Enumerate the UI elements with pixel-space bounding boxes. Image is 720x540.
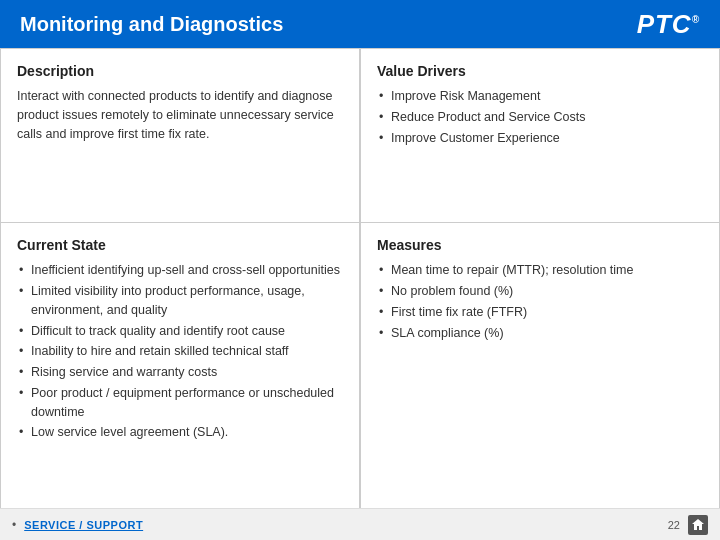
description-body: Interact with connected products to iden… bbox=[17, 87, 343, 143]
list-item: Inability to hire and retain skilled tec… bbox=[17, 342, 343, 361]
description-cell: Description Interact with connected prod… bbox=[0, 48, 360, 223]
page-number: 22 bbox=[668, 519, 680, 531]
service-support-link[interactable]: SERVICE / SUPPORT bbox=[24, 519, 143, 531]
header: Monitoring and Diagnostics PTC® bbox=[0, 0, 720, 48]
bullet-icon: • bbox=[12, 518, 16, 532]
list-item: Low service level agreement (SLA). bbox=[17, 423, 343, 442]
value-drivers-list: Improve Risk Management Reduce Product a… bbox=[377, 87, 703, 147]
footer-bar: • SERVICE / SUPPORT 22 bbox=[0, 508, 720, 540]
list-item: Poor product / equipment performance or … bbox=[17, 384, 343, 422]
page-title: Monitoring and Diagnostics bbox=[20, 13, 283, 36]
description-label: Description bbox=[17, 63, 343, 79]
value-drivers-cell: Value Drivers Improve Risk Management Re… bbox=[360, 48, 720, 223]
list-item: Mean time to repair (MTTR); resolution t… bbox=[377, 261, 703, 280]
list-item: First time fix rate (FTFR) bbox=[377, 303, 703, 322]
current-state-list: Inefficient identifying up-sell and cros… bbox=[17, 261, 343, 442]
list-item: Limited visibility into product performa… bbox=[17, 282, 343, 320]
list-item: Improve Customer Experience bbox=[377, 129, 703, 148]
list-item: Reduce Product and Service Costs bbox=[377, 108, 703, 127]
home-icon[interactable] bbox=[688, 515, 708, 535]
list-item: Difficult to track quality and identify … bbox=[17, 322, 343, 341]
ptc-logo: PTC® bbox=[637, 9, 700, 40]
list-item: Inefficient identifying up-sell and cros… bbox=[17, 261, 343, 280]
list-item: Improve Risk Management bbox=[377, 87, 703, 106]
measures-cell: Measures Mean time to repair (MTTR); res… bbox=[360, 223, 720, 540]
list-item: Rising service and warranty costs bbox=[17, 363, 343, 382]
value-drivers-label: Value Drivers bbox=[377, 63, 703, 79]
measures-list: Mean time to repair (MTTR); resolution t… bbox=[377, 261, 703, 342]
current-state-cell: Current State Inefficient identifying up… bbox=[0, 223, 360, 540]
list-item: SLA compliance (%) bbox=[377, 324, 703, 343]
current-state-label: Current State bbox=[17, 237, 343, 253]
list-item: No problem found (%) bbox=[377, 282, 703, 301]
measures-label: Measures bbox=[377, 237, 703, 253]
